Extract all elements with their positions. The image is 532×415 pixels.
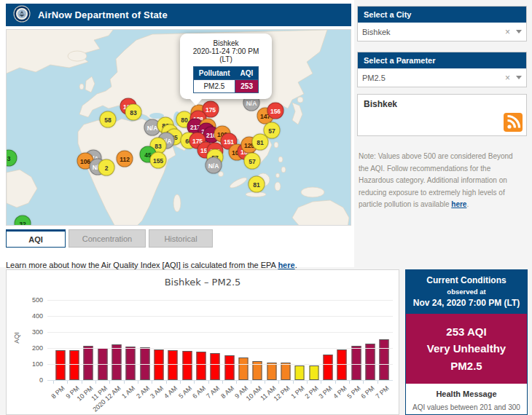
- current-conditions-panel: Current Conditions observed at Nov 24, 2…: [405, 269, 528, 415]
- current-conditions-header: Current Conditions observed at Nov 24, 2…: [406, 270, 527, 314]
- note-suffix: .: [466, 200, 469, 208]
- x-tick-label: 6 PM: [360, 384, 376, 400]
- chevron-down-icon[interactable]: [516, 30, 522, 33]
- chart-bar[interactable]: [182, 351, 192, 380]
- x-tick-label: 7 PM: [374, 384, 390, 400]
- chart-bar[interactable]: [380, 339, 389, 380]
- gridline: [47, 348, 393, 349]
- x-tick-label: 5 AM: [177, 384, 193, 400]
- chart-bar[interactable]: [337, 349, 347, 380]
- y-tick-label: 500: [18, 296, 43, 304]
- x-tick-label: 2 AM: [135, 384, 151, 400]
- chart-slot: 4 PM: [335, 300, 349, 380]
- chart-bar[interactable]: [323, 355, 332, 380]
- city-panel: Select a City Bishkek ×: [357, 6, 527, 42]
- popup-aqi-table: Pollutant AQI PM2.5 253: [193, 66, 259, 93]
- chart-bar[interactable]: [238, 357, 248, 380]
- chart-slot: 4 AM: [166, 300, 180, 380]
- world-map[interactable]: 1668358N/A836185N/A8345155112N/A106N/A28…: [6, 29, 351, 226]
- tab-historical[interactable]: Historical: [149, 229, 213, 248]
- chart-bar[interactable]: [365, 344, 375, 380]
- popup-city: Bishkek: [184, 39, 268, 47]
- aqi-marker[interactable]: 58: [100, 111, 117, 128]
- y-tick-label: 0: [18, 376, 43, 384]
- chart-slot: 2 PM: [307, 300, 321, 380]
- chart-plot-area: 8 PM9 PM10 PM11 PM2020 12 AM1 AM2 AM3 AM…: [47, 300, 393, 380]
- chart-bar[interactable]: [224, 355, 234, 380]
- clear-icon[interactable]: ×: [505, 73, 510, 83]
- aqi-marker[interactable]: 156: [267, 103, 284, 119]
- chevron-down-icon[interactable]: [516, 76, 522, 79]
- rss-icon[interactable]: [504, 113, 523, 132]
- chart-slot: 2 AM: [138, 300, 152, 380]
- beyond-aqi-note: Note: Values above 500 are considered Be…: [359, 151, 525, 211]
- chart-slot: 1 PM: [293, 300, 307, 380]
- y-tick-label: 400: [18, 312, 43, 320]
- popup-datetime: 2020-11-24 7:00 PM: [184, 47, 268, 55]
- chart-bar[interactable]: [211, 353, 220, 380]
- chart-slot: 1 AM: [124, 300, 138, 380]
- aqi-marker[interactable]: 81: [249, 176, 265, 193]
- x-tick-label: 3 AM: [149, 384, 165, 400]
- epa-here-link[interactable]: here: [278, 261, 294, 269]
- chart-bar[interactable]: [309, 365, 318, 380]
- aqi-marker[interactable]: 155: [150, 152, 167, 169]
- health-message-text: AQI values between 201 and 300 trigger a…: [406, 401, 527, 415]
- gridline: [47, 364, 393, 365]
- chart-slot: 6 AM: [194, 300, 208, 380]
- health-message-title: Health Message: [406, 390, 527, 398]
- x-tick-label: 5 PM: [345, 384, 361, 400]
- popup-pollutant-header: Pollutant: [193, 67, 235, 80]
- x-tick-label: 8 AM: [219, 384, 235, 400]
- chart-bar[interactable]: [84, 346, 93, 380]
- chart-slot: 10 AM: [251, 300, 265, 380]
- x-tick-label: 6 AM: [191, 384, 207, 400]
- chart-slot: 3 PM: [321, 300, 335, 380]
- chart-bar[interactable]: [168, 350, 178, 380]
- parameter-select[interactable]: PM2.5 ×: [358, 68, 526, 87]
- chart-bar[interactable]: [267, 363, 276, 380]
- observed-datetime: Nov 24, 2020 7:00 PM (LT): [409, 298, 524, 308]
- chart-bar[interactable]: [69, 350, 79, 380]
- x-tick-label: 4 PM: [332, 384, 348, 400]
- page: AirNow Department of State: [0, 0, 532, 415]
- chart-bar[interactable]: [351, 346, 361, 380]
- aqi-marker[interactable]: N/A: [206, 157, 222, 174]
- city-select[interactable]: Bishkek ×: [358, 23, 526, 41]
- current-aqi-value: 253 AQI: [409, 323, 524, 340]
- aqi-marker[interactable]: 57: [244, 153, 261, 170]
- observed-at-label: observed at: [409, 288, 524, 296]
- note-here-link[interactable]: here: [451, 200, 466, 208]
- current-aqi-pollutant: PM2.5: [409, 357, 524, 374]
- popup-pollutant-value: PM2.5: [193, 80, 235, 93]
- chart-bar[interactable]: [55, 350, 65, 380]
- feed-city-label: Bishkek: [358, 95, 526, 114]
- app-header: AirNow Department of State: [6, 4, 351, 26]
- chart-bar[interactable]: [196, 352, 206, 380]
- clear-icon[interactable]: ×: [505, 27, 510, 37]
- app-title: AirNow Department of State: [38, 9, 168, 20]
- chart-slot: 5 PM: [349, 300, 363, 380]
- gridline: [47, 332, 393, 333]
- popup-aqi-value: 253: [235, 80, 259, 93]
- learn-more-body: Learn more about how the Air Quality Ind…: [6, 261, 278, 269]
- aqi-marker[interactable]: 112: [117, 151, 133, 167]
- chart-slot: 3 AM: [152, 300, 165, 380]
- learn-more-text: Learn more about how the Air Quality Ind…: [6, 261, 297, 269]
- chart-slot: 7 PM: [378, 300, 391, 380]
- tab-concentration[interactable]: Concentration: [69, 229, 146, 248]
- aqi-marker[interactable]: 83: [125, 104, 142, 121]
- tab-aqi[interactable]: AQI: [6, 229, 66, 248]
- gridline: [47, 380, 393, 381]
- aqi-marker[interactable]: 81: [252, 134, 269, 151]
- chart-slot: 10 PM: [82, 300, 95, 380]
- chart-title: Bishkek – PM2.5: [7, 277, 399, 288]
- chart-bar[interactable]: [295, 365, 305, 380]
- aqi-marker[interactable]: 2: [98, 159, 115, 176]
- chart-bar[interactable]: [112, 344, 121, 380]
- chart-slot: 11 PM: [95, 300, 109, 380]
- chart-bar[interactable]: [281, 363, 290, 380]
- parameter-select-value: PM2.5: [362, 74, 505, 82]
- chart-slot: 7 AM: [208, 300, 222, 380]
- y-tick-label: 200: [18, 344, 43, 352]
